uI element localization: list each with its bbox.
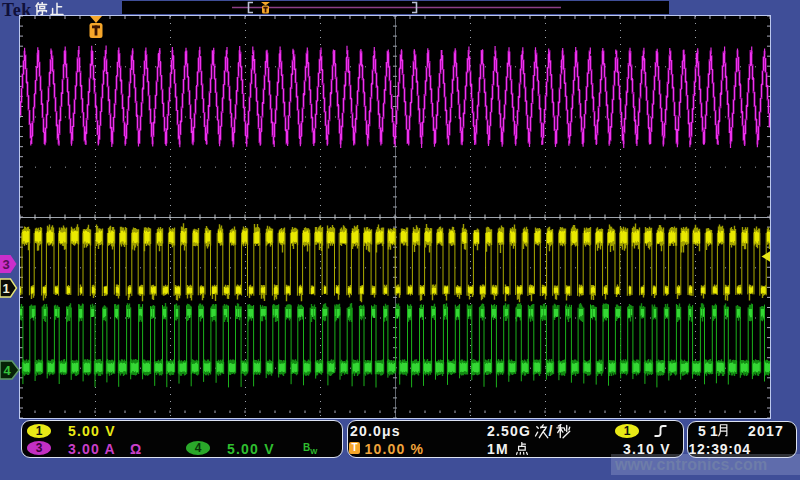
svg-text:1: 1 <box>2 281 9 296</box>
svg-text:4: 4 <box>3 363 11 378</box>
svg-text:3: 3 <box>2 257 9 272</box>
